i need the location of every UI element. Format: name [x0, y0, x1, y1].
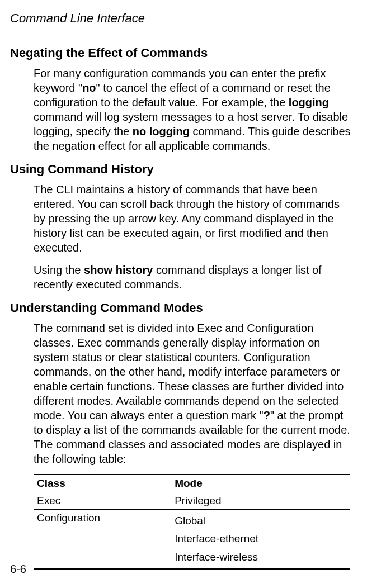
page-number: 6-6: [10, 563, 26, 576]
keyword-logging: logging: [289, 96, 329, 108]
table-cell-class: Exec: [34, 492, 171, 510]
text-span: The command set is divided into Exec and…: [34, 322, 344, 421]
text-span: Using the: [34, 264, 84, 276]
modes-table: Class Mode Exec Privileged Configuration…: [34, 474, 350, 570]
table-row: Configuration Global Interface-ethernet …: [34, 510, 350, 569]
mode-line: Interface-ethernet: [175, 530, 346, 548]
section3-para1: The command set is divided into Exec and…: [34, 321, 351, 466]
section1-heading: Negating the Effect of Commands: [10, 46, 351, 60]
table-header-class: Class: [34, 475, 171, 492]
table-row: Exec Privileged: [34, 492, 350, 510]
section2-heading: Using Command History: [10, 162, 351, 177]
table-cell-mode: Privileged: [171, 492, 350, 510]
section2-para1: The CLI maintains a history of commands …: [34, 182, 351, 255]
running-header: Command Line Interface: [10, 11, 351, 26]
section3-heading: Understanding Command Modes: [10, 301, 351, 315]
keyword-no-logging: no logging: [133, 125, 190, 137]
table-header-mode: Mode: [171, 475, 350, 492]
mode-line: Interface-wireless: [175, 548, 346, 566]
keyword-show-history: show history: [84, 264, 153, 276]
mode-line: Global: [175, 512, 346, 530]
keyword-question-mark: ?: [264, 409, 270, 421]
section2-para2: Using the show history command displays …: [34, 263, 351, 292]
keyword-no: no: [82, 82, 96, 94]
table-header-row: Class Mode: [34, 475, 350, 492]
section1-para1: For many configuration commands you can …: [34, 66, 351, 153]
table-cell-class: Configuration: [34, 510, 171, 569]
table-cell-mode-multi: Global Interface-ethernet Interface-wire…: [171, 510, 350, 569]
